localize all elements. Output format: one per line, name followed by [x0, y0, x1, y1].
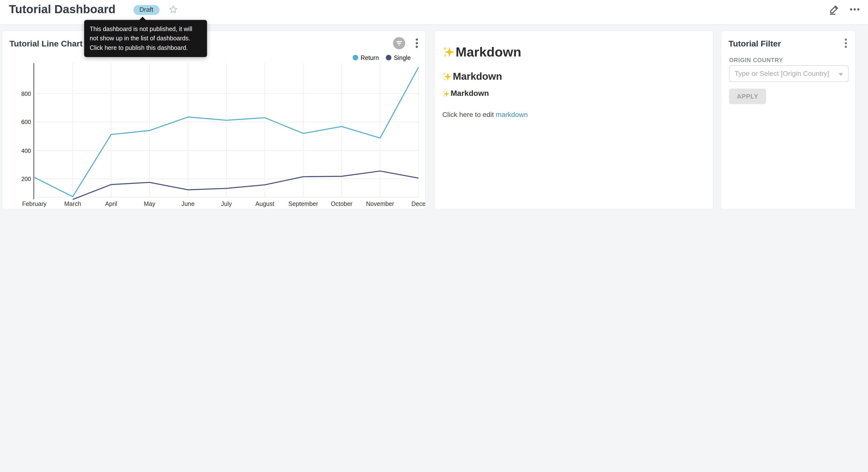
sparkles-icon — [442, 90, 450, 99]
page-title: Tutorial Dashboard — [9, 3, 115, 16]
markdown-h2: Markdown — [442, 71, 502, 84]
kebab-menu-icon[interactable] — [844, 38, 848, 48]
line-chart-panel: Tutorial Line Chart ReturnSingle 2004006… — [2, 31, 426, 209]
sparkles-icon — [442, 72, 452, 84]
origin-country-select[interactable]: Type or Select [Origin Country] — [729, 65, 849, 82]
origin-country-label: ORIGIN COUNTRY — [729, 57, 783, 63]
legend-dot — [353, 55, 359, 60]
chart-legend: ReturnSingle — [353, 54, 411, 61]
markdown-edit-link[interactable]: markdown — [496, 111, 528, 119]
legend-label: Single — [394, 54, 411, 61]
markdown-h1: Markdown — [442, 44, 521, 61]
markdown-paragraph: Click here to edit markdown — [442, 111, 528, 119]
header-actions — [828, 3, 860, 18]
dashboard-screen: Tutorial Dashboard Draft This dashboard … — [0, 0, 868, 209]
star-icon[interactable] — [168, 4, 178, 14]
edit-pencil-icon[interactable] — [828, 3, 840, 18]
legend-item-return[interactable]: Return — [353, 54, 379, 61]
caret-down-icon — [839, 73, 843, 76]
select-placeholder: Type or Select [Origin Country] — [735, 70, 829, 78]
apply-button[interactable]: APPLY — [729, 89, 766, 104]
publish-tooltip: This dashboard is not published, it will… — [84, 20, 207, 57]
filter-panel: Tutorial Filter ORIGIN COUNTRY Type or S… — [721, 31, 856, 209]
markdown-h3: Markdown — [442, 89, 489, 99]
draft-badge[interactable]: Draft — [133, 5, 159, 15]
legend-label: Return — [361, 54, 379, 61]
sparkles-icon — [442, 46, 455, 61]
filter-panel-title: Tutorial Filter — [728, 39, 781, 48]
tooltip-text: This dashboard is not published, it will… — [90, 25, 192, 51]
legend-item-single[interactable]: Single — [386, 54, 411, 61]
more-horizontal-icon[interactable] — [849, 4, 860, 17]
legend-dot — [386, 55, 392, 60]
markdown-panel: Markdown Markdown Markdown Click here to… — [434, 31, 713, 209]
series-single-line — [73, 171, 418, 199]
